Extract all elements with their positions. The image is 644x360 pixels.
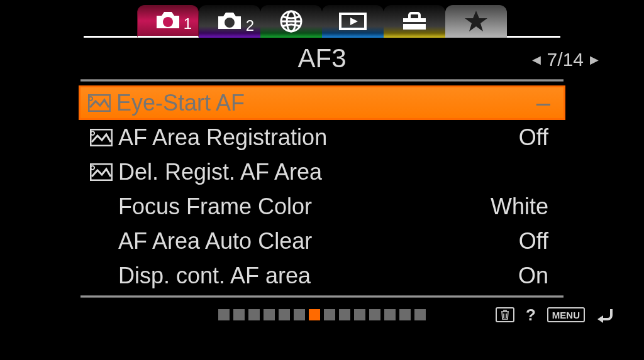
menu-item-del-regist-af-area[interactable]: Del. Regist. AF Area <box>80 155 564 189</box>
menu-item-label: AF Area Auto Clear <box>118 228 519 254</box>
page-dot-row <box>218 309 426 320</box>
page-dot[interactable] <box>294 309 305 320</box>
menu-item-focus-frame-color[interactable]: Focus Frame Color White <box>80 189 564 224</box>
star-icon <box>464 9 489 34</box>
tab-camera-1[interactable]: 1 <box>137 5 199 38</box>
menu-button[interactable]: MENU <box>547 307 585 322</box>
tab-my-menu[interactable] <box>445 5 507 38</box>
svg-rect-8 <box>403 22 426 24</box>
header-divider <box>80 79 564 82</box>
trash-icon <box>501 310 509 320</box>
page-prev-arrow[interactable]: ◀ <box>532 53 541 67</box>
section-title: AF3 <box>297 43 346 74</box>
camera-icon <box>154 11 182 31</box>
page-dot[interactable] <box>264 309 275 320</box>
menu-item-af-area-registration[interactable]: AF Area Registration Off <box>80 120 564 155</box>
globe-icon <box>279 9 303 33</box>
page-next-arrow[interactable]: ▶ <box>590 53 599 67</box>
trash-button[interactable] <box>496 307 514 322</box>
page-dot[interactable] <box>279 309 290 320</box>
help-button[interactable]: ? <box>526 305 536 325</box>
page-dot[interactable] <box>414 309 426 320</box>
spacer <box>89 232 113 251</box>
image-cycle-icon <box>89 128 113 147</box>
top-tab-bar: 1 2 <box>0 0 644 38</box>
section-header: AF3 ◀ 7/14 ▶ <box>0 38 644 79</box>
svg-point-1 <box>225 18 235 28</box>
menu-item-label: Focus Frame Color <box>118 194 491 220</box>
page-dot[interactable] <box>369 309 380 320</box>
menu-item-value: – <box>536 89 550 117</box>
page-dot[interactable] <box>399 309 411 320</box>
menu-item-label: Disp. cont. AF area <box>118 263 518 289</box>
svg-marker-13 <box>597 315 603 323</box>
camera-icon <box>216 11 243 31</box>
menu-item-value: White <box>491 194 548 220</box>
page-dot[interactable] <box>218 309 230 320</box>
back-button[interactable] <box>596 307 614 323</box>
spacer <box>89 197 113 216</box>
footer-divider <box>80 295 564 298</box>
menu-item-label: Eye-Start AF <box>116 90 536 116</box>
menu-item-disp-cont-af-area[interactable]: Disp. cont. AF area On <box>80 258 564 293</box>
menu-item-value: On <box>518 263 548 289</box>
menu-item-label: AF Area Registration <box>118 124 519 151</box>
tab-camera-1-label: 1 <box>184 15 192 33</box>
menu-item-value: Off <box>519 124 548 151</box>
page-indicator[interactable]: ◀ 7/14 ▶ <box>532 49 599 70</box>
menu-item-eye-start-af[interactable]: Eye-Start AF – <box>79 85 565 120</box>
menu-list: Eye-Start AF – AF Area Registration Off … <box>0 85 644 293</box>
tab-network[interactable] <box>260 5 322 38</box>
bottom-bar: ? MENU <box>0 300 644 329</box>
tab-playback[interactable] <box>322 5 384 38</box>
svg-marker-6 <box>350 18 358 25</box>
svg-point-0 <box>163 17 173 27</box>
menu-item-value: Off <box>519 228 548 254</box>
page-dot[interactable] <box>233 309 245 320</box>
page-dot[interactable] <box>248 309 260 320</box>
page-dot[interactable] <box>354 309 365 320</box>
page-dot[interactable] <box>384 309 396 320</box>
image-cycle-icon <box>89 163 113 182</box>
image-cycle-icon <box>87 94 111 112</box>
page-dot[interactable] <box>309 309 320 320</box>
svg-marker-9 <box>465 11 487 31</box>
page-number: 7/14 <box>547 49 584 70</box>
tab-setup[interactable] <box>384 5 445 38</box>
page-dot[interactable] <box>339 309 350 320</box>
page-dot[interactable] <box>324 309 335 320</box>
playback-icon <box>339 11 367 31</box>
tab-camera-2[interactable]: 2 <box>199 5 260 38</box>
menu-item-label: Del. Regist. AF Area <box>118 159 548 185</box>
back-arrow-icon <box>596 307 614 323</box>
menu-item-af-area-auto-clear[interactable]: AF Area Auto Clear Off <box>80 224 564 258</box>
toolbox-icon <box>401 11 428 32</box>
spacer <box>89 266 113 285</box>
tab-camera-2-label: 2 <box>246 17 254 35</box>
